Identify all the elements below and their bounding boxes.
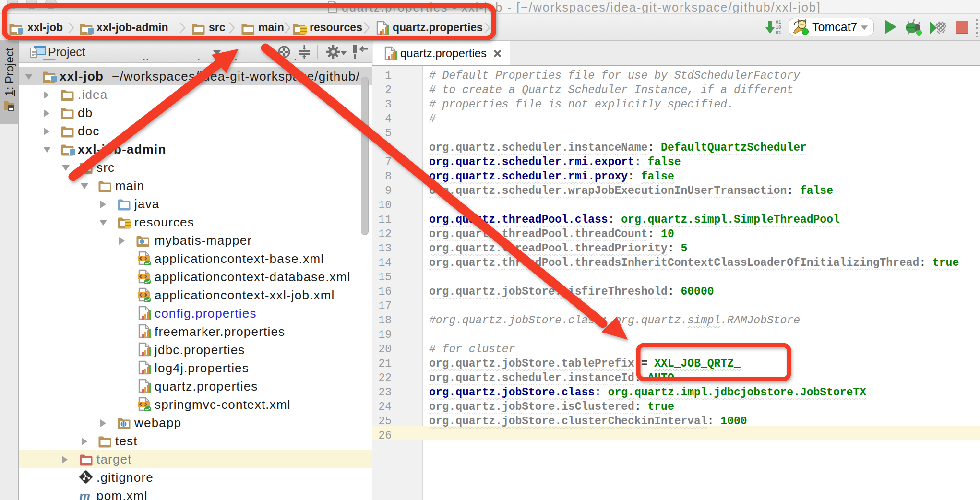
svg-text:10: 10 [776, 25, 781, 30]
svg-text:01: 01 [776, 20, 781, 25]
svg-text:01: 01 [776, 30, 781, 36]
